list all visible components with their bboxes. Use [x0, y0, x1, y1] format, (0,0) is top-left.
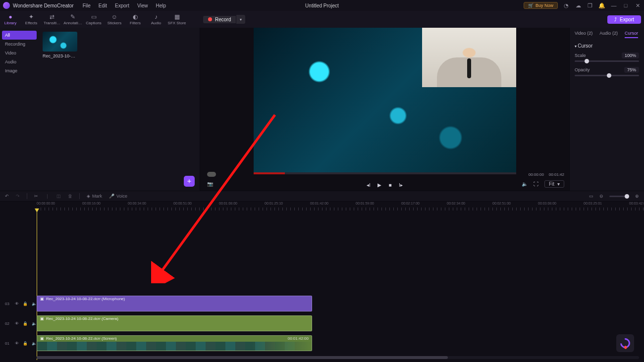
- buy-now-button[interactable]: 🛒 Buy Now: [524, 2, 558, 9]
- media-thumbnail[interactable]: Rec_2023-10-24 10…: [43, 32, 77, 58]
- library-category-image[interactable]: Image: [0, 66, 39, 75]
- library-category-all[interactable]: All: [2, 31, 37, 40]
- add-media-button[interactable]: ＋: [184, 176, 195, 187]
- preview-time-total: 00:01:42: [549, 172, 564, 177]
- next-frame-button[interactable]: Ⅰ▸: [399, 182, 403, 188]
- cloud-icon[interactable]: ☁: [575, 2, 582, 9]
- ribbon-tab-library[interactable]: ●Library: [0, 11, 21, 28]
- account-icon[interactable]: ◔: [563, 2, 570, 9]
- tab-label: Captions: [86, 21, 102, 25]
- library-category-audio[interactable]: Audio: [0, 57, 39, 66]
- properties-panel: Video (2) Audio (2) Cursor Cursor Scale …: [570, 28, 644, 191]
- record-button[interactable]: Record: [203, 16, 236, 23]
- menu-file[interactable]: File: [83, 3, 91, 8]
- menu-help[interactable]: Help: [156, 3, 166, 8]
- window-restore-icon[interactable]: ❐: [587, 2, 593, 9]
- menu-edit[interactable]: Edit: [99, 3, 107, 8]
- timeline-h-scrollbar[interactable]: [37, 356, 639, 359]
- zoom-in-button[interactable]: ⊕: [635, 194, 639, 199]
- undo-button[interactable]: ↶: [5, 194, 9, 199]
- menu-export[interactable]: Export: [115, 3, 129, 8]
- tab-icon: ✦: [29, 13, 34, 20]
- track-visibility-icon[interactable]: 👁: [15, 341, 19, 346]
- track-visibility-icon[interactable]: 👁: [15, 302, 19, 306]
- zoom-fit-button[interactable]: ▭: [589, 194, 593, 199]
- ribbon-tab-filters[interactable]: ◐Filters: [125, 11, 146, 28]
- library-panel: AllRecordingVideoAudioImage Rec_2023-10-…: [0, 28, 200, 191]
- track-mute-icon[interactable]: 🔈: [32, 341, 37, 346]
- delete-button[interactable]: 🗑: [68, 194, 72, 199]
- props-section-cursor[interactable]: Cursor: [575, 43, 639, 49]
- timeline-clip[interactable]: ▣Rec_2023-10-24 10-08-22.dcrr (Camera): [37, 315, 312, 331]
- voice-button[interactable]: 🎤 Voice: [109, 194, 127, 199]
- ribbon-tab-captions[interactable]: ▭Captions: [83, 11, 104, 28]
- crop-button[interactable]: ◫: [56, 194, 61, 199]
- redo-button[interactable]: ↷: [16, 194, 20, 199]
- timeline-ruler[interactable]: 00:00:00:0000:00:16:0000:00:34:0000:00:5…: [37, 202, 644, 210]
- track-mute-icon[interactable]: 🔈: [32, 302, 37, 306]
- timeline-clip[interactable]: ▣Rec_2023-10-24 10-08-22.dcrr (Screen)00…: [37, 335, 312, 351]
- scale-value[interactable]: 100%: [622, 52, 639, 58]
- record-label: Record: [215, 17, 231, 22]
- track-visibility-icon[interactable]: 👁: [15, 321, 19, 326]
- preview-seek-bar[interactable]: [254, 172, 516, 174]
- clip-label: ▣Rec_2023-10-24 10-08-22.dcrr (Screen): [40, 336, 117, 341]
- bell-icon[interactable]: 🔔: [598, 2, 605, 9]
- menu-view[interactable]: View: [137, 3, 148, 8]
- fullscreen-icon[interactable]: ⛶: [534, 181, 538, 187]
- scale-slider[interactable]: [575, 60, 639, 62]
- fit-label: Fit: [549, 181, 554, 187]
- maximize-icon[interactable]: □: [622, 2, 629, 9]
- props-tab-video[interactable]: Video (2): [575, 31, 592, 38]
- props-tab-cursor[interactable]: Cursor: [625, 31, 638, 38]
- ruler-tick: 00:03:25:01: [584, 202, 602, 205]
- timeline-clip[interactable]: ▣Rec_2023-10-24 10-08-22.dcrr (Microphon…: [37, 296, 312, 311]
- ruler-tick: 00:00:16:00: [82, 202, 101, 205]
- tab-label: Filters: [130, 21, 141, 25]
- library-category-video[interactable]: Video: [0, 49, 39, 57]
- app-name: Wondershare DemoCreator: [13, 3, 74, 8]
- play-button[interactable]: ▶: [377, 182, 381, 188]
- ruler-tick: 00:00:34:00: [128, 202, 146, 205]
- ribbon-tab-transiti[interactable]: ⇄Transiti…: [42, 11, 62, 28]
- tab-icon: ◐: [133, 13, 138, 20]
- preview-video[interactable]: [254, 28, 516, 174]
- export-button[interactable]: ⤴ Export: [607, 15, 641, 24]
- ribbon-tab-audio[interactable]: ♪Audio: [146, 11, 166, 28]
- mute-icon[interactable]: 🔈: [522, 181, 528, 187]
- zoom-out-button[interactable]: ⊖: [599, 194, 603, 199]
- track-lock-icon[interactable]: 🔒: [23, 321, 28, 326]
- stop-button[interactable]: ■: [388, 182, 391, 188]
- track-mute-icon[interactable]: 🔈: [32, 321, 37, 326]
- library-category-recording[interactable]: Recording: [0, 40, 39, 49]
- ribbon-tab-sfxstore[interactable]: ▦SFX Store: [166, 11, 187, 28]
- export-label: Export: [620, 17, 634, 22]
- zoom-slider[interactable]: [609, 196, 629, 197]
- props-tab-audio[interactable]: Audio (2): [599, 31, 618, 38]
- mark-label: Mark: [92, 194, 102, 199]
- scale-label: Scale: [575, 53, 586, 58]
- close-icon[interactable]: ✕: [634, 2, 641, 9]
- app-logo-icon: [3, 2, 10, 9]
- track-lock-icon[interactable]: 🔒: [23, 341, 28, 346]
- snapshot-icon[interactable]: 📷: [207, 181, 213, 187]
- track-lock-icon[interactable]: 🔒: [23, 302, 28, 306]
- clip-label: ▣Rec_2023-10-24 10-08-22.dcrr (Microphon…: [40, 297, 125, 301]
- tab-icon: ⇄: [50, 13, 54, 20]
- preview-pip-camera[interactable]: [422, 28, 516, 87]
- minimize-icon[interactable]: —: [610, 2, 617, 9]
- ribbon-tab-effects[interactable]: ✦Effects: [21, 11, 42, 28]
- opacity-slider[interactable]: [575, 75, 639, 76]
- mark-button[interactable]: ◈ Mark: [87, 194, 102, 199]
- opacity-value[interactable]: 75%: [624, 67, 639, 73]
- record-dropdown-button[interactable]: ▾: [236, 15, 245, 24]
- prev-frame-button[interactable]: ◂Ⅰ: [367, 182, 371, 188]
- ribbon-tab-annotati[interactable]: ✎Annotati…: [62, 11, 83, 28]
- preview-toggle[interactable]: [207, 172, 216, 177]
- fit-dropdown[interactable]: Fit ▾: [544, 180, 564, 188]
- ribbon-tab-stickers[interactable]: ☺Stickers: [104, 11, 125, 28]
- split-button[interactable]: ｜: [45, 193, 50, 200]
- timeline-toolbar: ↶ ↷ ✂ ｜ ◫ 🗑 ◈ Mark 🎤 Voice ▭ ⊖ ⊕: [0, 191, 644, 202]
- cut-button[interactable]: ✂: [34, 194, 38, 199]
- track-screen: 01👁🔒🔈▣Rec_2023-10-24 10-08-22.dcrr (Scre…: [0, 334, 644, 352]
